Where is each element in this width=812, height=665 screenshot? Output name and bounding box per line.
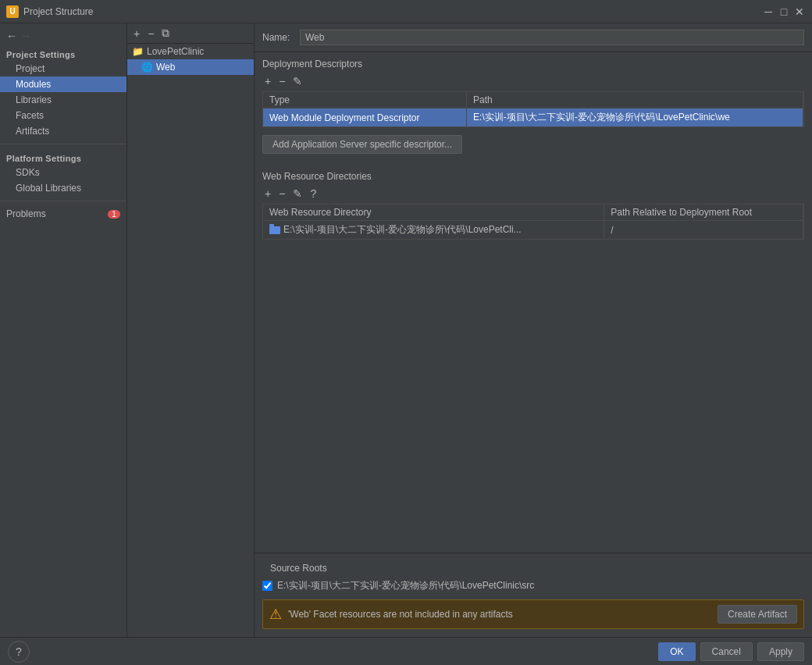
maximize-button[interactable]: □ (778, 5, 790, 18)
table-row[interactable]: E:\实训-项目\大二下实训-爱心宠物诊所\代码\LovePetCli... / (263, 221, 803, 240)
app-icon: U (6, 5, 19, 18)
warning-icon: ⚠ (269, 606, 282, 623)
back-arrow[interactable]: ← (6, 30, 17, 42)
sidebar-nav-top: ← → (0, 27, 126, 45)
title-bar: U Project Structure ─ □ ✕ (0, 0, 812, 23)
wr-table-header: Web Resource Directory Path Relative to … (263, 204, 803, 221)
name-row: Name: (255, 23, 812, 52)
sidebar-item-facets[interactable]: Facets (0, 108, 126, 123)
sidebar-divider (0, 144, 126, 144)
content-scroll: Deployment Descriptors + − ✎ Type Path (255, 52, 812, 637)
web-resource-table-wrapper: Web Resource Directory Path Relative to … (262, 204, 804, 240)
sidebar-item-sdks[interactable]: SDKs (0, 165, 126, 180)
source-root-checkbox-row: E:\实训-项目\大二下实训-爱心宠物诊所\代码\LovePetClinic\s… (262, 577, 804, 595)
row-type: Web Module Deployment Descriptor (263, 108, 467, 127)
bottom-bar: ? OK Cancel Apply (0, 637, 812, 665)
source-roots-section: Source Roots E:\实训-项目\大二下实训-爱心宠物诊所\代码\Lo… (255, 553, 812, 637)
sidebar-item-modules[interactable]: Modules (0, 76, 126, 92)
dd-edit-button[interactable]: ✎ (290, 74, 304, 88)
col-type: Type (263, 92, 467, 108)
forward-arrow[interactable]: → (20, 30, 31, 42)
tree-panel: + − ⧉ 📁 LovePetClinic 🌐 Web (127, 23, 255, 637)
col-path: Path (467, 92, 803, 108)
folder-icon: 📁 (132, 46, 144, 57)
row-path: E:\实训-项目\大二下实训-爱心宠物诊所\代码\LovePetClinic\w… (467, 108, 803, 127)
wr-edit-button[interactable]: ✎ (290, 187, 304, 201)
sidebar-item-global-libraries[interactable]: Global Libraries (0, 180, 126, 196)
source-roots-title: Source Roots (262, 557, 804, 577)
sidebar-item-project[interactable]: Project (0, 61, 126, 76)
dd-remove-button[interactable]: − (276, 74, 287, 88)
directory-icon (269, 226, 280, 234)
title-bar-title: Project Structure (23, 6, 93, 17)
table-row[interactable]: Web Module Deployment Descriptor E:\实训-项… (263, 108, 803, 127)
deployment-toolbar: + − ✎ (255, 73, 812, 91)
row-directory: E:\实训-项目\大二下实训-爱心宠物诊所\代码\LovePetCli... (263, 221, 604, 240)
deployment-table: Type Path Web Module Deployment Descript… (263, 92, 803, 126)
web-resource-table: Web Resource Directory Path Relative to … (263, 204, 803, 239)
title-bar-controls: ─ □ ✕ (762, 5, 806, 18)
spacer (255, 240, 812, 553)
source-root-checkbox[interactable] (262, 581, 272, 591)
tree-add-button[interactable]: + (132, 27, 141, 40)
tree-item-label: LovePetClinic (147, 46, 204, 57)
dd-add-button[interactable]: + (262, 74, 273, 88)
web-module-icon: 🌐 (141, 62, 153, 73)
col-web-dir: Web Resource Directory (263, 204, 604, 221)
deployment-table-header: Type Path (263, 92, 803, 108)
name-input[interactable] (300, 30, 804, 45)
deployment-table-body: Web Module Deployment Descriptor E:\实训-项… (263, 108, 803, 127)
warning-row: ⚠ 'Web' Facet resources are not included… (262, 599, 804, 629)
title-bar-left: U Project Structure (6, 5, 93, 18)
ok-button[interactable]: OK (658, 642, 695, 661)
warning-text: 'Web' Facet resources are not included i… (288, 609, 711, 620)
deployment-descriptors-section: Deployment Descriptors + − ✎ Type Path (255, 52, 812, 162)
problems-badge: 1 (108, 210, 120, 219)
sidebar-item-libraries[interactable]: Libraries (0, 92, 126, 108)
tree-remove-button[interactable]: − (146, 27, 155, 40)
sidebar-item-artifacts[interactable]: Artifacts (0, 123, 126, 139)
content-panel: Name: Deployment Descriptors + − ✎ Type (255, 23, 812, 637)
tree-item-lovepetclinic[interactable]: 📁 LovePetClinic (127, 44, 254, 59)
problems-label: Problems (6, 208, 46, 219)
wr-remove-button[interactable]: − (276, 187, 287, 201)
cancel-button[interactable]: Cancel (700, 642, 753, 661)
platform-settings-header: Platform Settings (0, 149, 126, 165)
web-resource-title: Web Resource Directories (255, 165, 812, 185)
web-resource-toolbar: + − ✎ ? (255, 185, 812, 204)
wr-add-button[interactable]: + (262, 187, 273, 201)
tree-copy-button[interactable]: ⧉ (160, 27, 171, 40)
sidebar-divider-2 (0, 201, 126, 201)
close-button[interactable]: ✕ (793, 5, 806, 18)
name-label: Name: (262, 32, 294, 43)
col-rel-path: Path Relative to Deployment Root (604, 204, 803, 221)
project-settings-header: Project Settings (0, 45, 126, 61)
tree-toolbar: + − ⧉ (127, 23, 254, 44)
main-layout: ← → Project Settings Project Modules Lib… (0, 23, 812, 637)
add-descriptor-button[interactable]: Add Application Server specific descript… (262, 135, 462, 154)
apply-button[interactable]: Apply (757, 642, 804, 661)
tree-item-web[interactable]: 🌐 Web (127, 59, 254, 75)
create-artifact-button[interactable]: Create Artifact (718, 605, 797, 624)
sidebar: ← → Project Settings Project Modules Lib… (0, 23, 127, 637)
help-button[interactable]: ? (8, 641, 30, 663)
tree-item-label: Web (156, 62, 175, 73)
wr-help-button[interactable]: ? (308, 187, 319, 201)
row-rel-path: / (604, 221, 803, 240)
minimize-button[interactable]: ─ (762, 5, 775, 18)
deployment-table-wrapper: Type Path Web Module Deployment Descript… (262, 91, 804, 127)
source-root-label: E:\实训-项目\大二下实训-爱心宠物诊所\代码\LovePetClinic\s… (277, 579, 534, 592)
deployment-descriptors-title: Deployment Descriptors (255, 52, 812, 73)
sidebar-item-problems[interactable]: Problems 1 (0, 206, 126, 222)
web-resource-section: Web Resource Directories + − ✎ ? Web Res… (255, 165, 812, 240)
wr-table-body: E:\实训-项目\大二下实训-爱心宠物诊所\代码\LovePetCli... / (263, 221, 803, 240)
